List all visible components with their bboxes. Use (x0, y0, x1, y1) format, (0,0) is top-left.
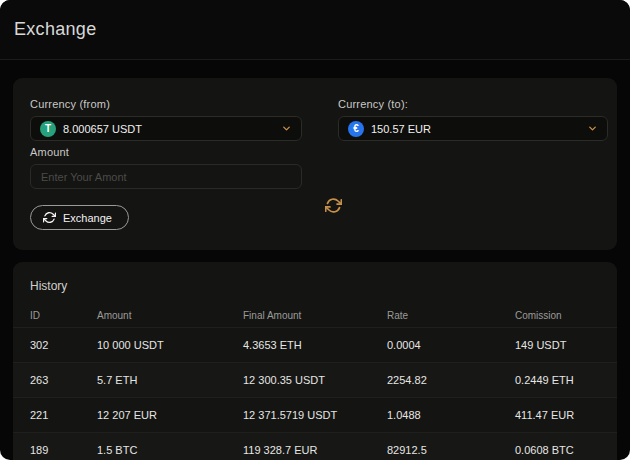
currency-from-select[interactable]: T 8.000657 USDT (30, 116, 302, 141)
usdt-coin-icon: T (40, 121, 56, 137)
cell-amount: 1.5 BTC (97, 444, 243, 456)
column-header-final-amount: Final Amount (243, 310, 387, 321)
cell-rate: 1.0488 (387, 409, 515, 421)
cell-id: 263 (30, 374, 97, 386)
table-row: 263 5.7 ETH 12 300.35 USDT 2254.82 0.244… (13, 362, 617, 397)
cell-comission: 149 USDT (515, 339, 617, 351)
currency-to-value: 150.57 EUR (371, 123, 580, 135)
cell-rate: 82912.5 (387, 444, 515, 456)
exchange-app-window: Exchange Currency (from) T 8.000657 USDT… (0, 0, 630, 460)
currency-to-select[interactable]: € 150.57 EUR (338, 116, 608, 141)
cell-amount: 5.7 ETH (97, 374, 243, 386)
cell-comission: 411.47 EUR (515, 409, 617, 421)
cell-final-amount: 12 300.35 USDT (243, 374, 387, 386)
currency-from-label: Currency (from) (30, 98, 110, 110)
amount-label: Amount (30, 146, 69, 158)
currency-from-value: 8.000657 USDT (63, 123, 274, 135)
cell-comission: 0.2449 ETH (515, 374, 617, 386)
exchange-form-panel: Currency (from) T 8.000657 USDT Currency… (13, 78, 617, 250)
chevron-down-icon (587, 123, 598, 134)
table-row: 189 1.5 BTC 119 328.7 EUR 82912.5 0.0608… (13, 432, 617, 460)
swap-currencies-button[interactable] (322, 194, 345, 217)
table-row: 221 12 207 EUR 12 371.5719 USDT 1.0488 4… (13, 397, 617, 432)
swap-icon (325, 197, 342, 214)
currency-to-label: Currency (to): (338, 98, 408, 110)
history-title: History (30, 279, 67, 293)
column-header-comission: Comission (515, 310, 617, 321)
exchange-refresh-icon (43, 211, 56, 224)
table-row: 302 10 000 USDT 4.3653 ETH 0.0004 149 US… (13, 327, 617, 362)
column-header-rate: Rate (387, 310, 515, 321)
page-title: Exchange (14, 19, 96, 40)
cell-final-amount: 12 371.5719 USDT (243, 409, 387, 421)
cell-final-amount: 4.3653 ETH (243, 339, 387, 351)
cell-final-amount: 119 328.7 EUR (243, 444, 387, 456)
cell-id: 189 (30, 444, 97, 456)
cell-id: 221 (30, 409, 97, 421)
amount-input[interactable] (30, 164, 302, 189)
history-panel: History ID Amount Final Amount Rate Comi… (13, 262, 617, 460)
cell-rate: 2254.82 (387, 374, 515, 386)
history-table: ID Amount Final Amount Rate Comission 30… (13, 304, 617, 460)
cell-amount: 10 000 USDT (97, 339, 243, 351)
cell-comission: 0.0608 BTC (515, 444, 617, 456)
app-header: Exchange (0, 0, 630, 60)
table-header-row: ID Amount Final Amount Rate Comission (13, 304, 617, 327)
cell-rate: 0.0004 (387, 339, 515, 351)
column-header-amount: Amount (97, 310, 243, 321)
exchange-button-label: Exchange (63, 212, 112, 224)
eur-coin-icon: € (348, 121, 364, 137)
exchange-button[interactable]: Exchange (30, 205, 129, 230)
chevron-down-icon (281, 123, 292, 134)
cell-amount: 12 207 EUR (97, 409, 243, 421)
column-header-id: ID (30, 310, 97, 321)
cell-id: 302 (30, 339, 97, 351)
